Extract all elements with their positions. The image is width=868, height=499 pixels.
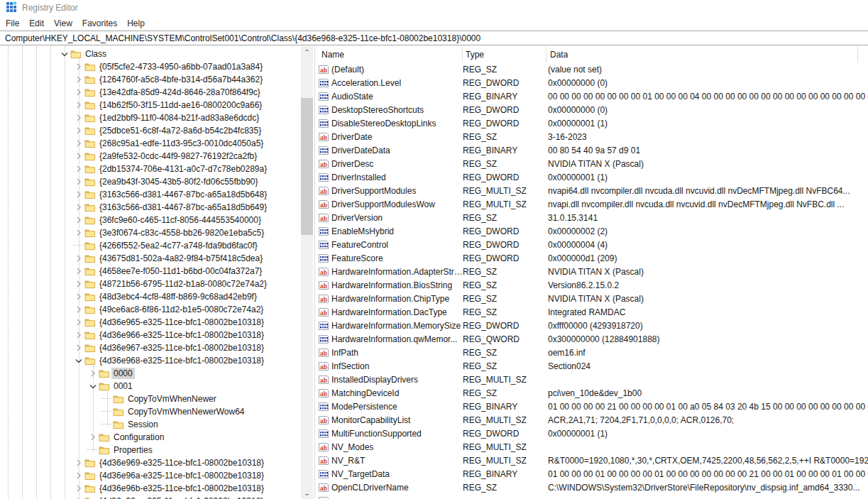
tree-row[interactable]: Configuration — [0, 431, 301, 444]
tree-row[interactable]: {4d36e969-e325-11ce-bfc1-08002be10318} — [0, 456, 301, 469]
value-row[interactable]: abHardwareInformation.BiosStringREG_SZVe… — [317, 278, 868, 292]
tree-key-label[interactable]: {4d36e966-e325-11ce-bfc1-08002be10318} — [97, 329, 266, 341]
tree-key-label[interactable]: {4d36e968-e325-11ce-bfc1-08002be10318} — [97, 355, 266, 366]
tree-row[interactable]: {4266f552-5ea2-4c77-a748-fda9bd6fac0f} — [0, 239, 301, 252]
chevron-down-icon[interactable] — [73, 355, 84, 366]
value-row[interactable]: MultiFunctionSupportedREG_DWORD0x0000000… — [317, 427, 868, 440]
chevron-right-icon[interactable] — [73, 470, 84, 481]
tree-key-label[interactable]: {2a9fe532-0cdc-44f9-9827-76192f2ca2fb} — [97, 150, 259, 162]
scroll-thumb[interactable] — [301, 98, 313, 235]
tree-row[interactable]: {25dbce51-6c8f-4a72-8a6d-b54c2b4fc835} — [0, 124, 301, 137]
tree-key-label[interactable]: {3163c566-d381-4467-87bc-a65a18d5b648} — [97, 189, 269, 200]
value-row[interactable]: ModePersistenceREG_BINARY01 00 00 00 00 … — [317, 400, 868, 413]
tree-key-label[interactable]: {4266f552-5ea2-4c77-a748-fda9bd6fac0f} — [97, 240, 260, 251]
address-input[interactable] — [0, 31, 868, 45]
chevron-right-icon[interactable] — [73, 202, 84, 213]
tree-key-label[interactable]: CopyToVmWhenNewer — [126, 393, 219, 405]
chevron-right-icon[interactable] — [73, 112, 84, 124]
chevron-right-icon[interactable] — [73, 342, 84, 353]
chevron-right-icon[interactable] — [73, 125, 84, 136]
column-header-data[interactable]: Data — [546, 46, 858, 62]
tree-key-label[interactable]: {36fc9e60-c465-11cf-8056-444553540000} — [97, 214, 263, 226]
value-row[interactable]: abDriverDescREG_SZNVIDIA TITAN X (Pascal… — [317, 157, 868, 170]
menu-item-favorites[interactable]: Favorites — [77, 17, 122, 30]
tree-key-label[interactable]: {4d36e965-e325-11ce-bfc1-08002be10318} — [97, 317, 266, 328]
tree-key-label[interactable]: CopyToVmWhenNewerWow64 — [126, 406, 247, 417]
tree-key-label[interactable]: Class — [83, 48, 109, 60]
chevron-right-icon[interactable] — [87, 432, 99, 443]
tree-scrollbar[interactable]: ⌃⌄ — [301, 46, 313, 499]
tree-row[interactable]: {4d36e966-e325-11ce-bfc1-08002be10318} — [0, 329, 301, 341]
chevron-right-icon[interactable] — [73, 163, 84, 175]
tree-row[interactable]: Class — [0, 48, 301, 60]
tree-row[interactable]: Properties — [0, 444, 301, 456]
tree-key-label[interactable]: {4d36e969-e325-11ce-bfc1-08002be10318} — [97, 457, 266, 468]
value-row[interactable]: FeatureControlREG_DWORD0x00000004 (4) — [317, 238, 868, 251]
chevron-right-icon[interactable] — [73, 329, 84, 341]
column-header-name[interactable]: Name — [317, 46, 463, 62]
tree-key-label[interactable]: {4d36e96c-e325-11ce-bfc1-08002be10318} — [97, 495, 265, 499]
value-row[interactable]: abHardwareInformation.DacTypeREG_SZInteg… — [317, 305, 868, 319]
menu-item-view[interactable]: View — [49, 17, 77, 30]
chevron-down-icon[interactable] — [59, 48, 70, 60]
tree-key-label[interactable]: Configuration — [111, 432, 166, 443]
value-row[interactable]: abOpenCLDriverNameREG_SZC:\WINDOWS\Syste… — [317, 481, 868, 494]
value-row[interactable]: abDriverDateREG_SZ3-16-2023 — [317, 130, 868, 143]
value-row[interactable]: ab(Default)REG_SZ(value not set) — [317, 62, 868, 76]
tree-row[interactable]: {268c95a1-edfe-11d3-95c3-0010dc4050a5} — [0, 137, 301, 150]
value-row[interactable]: abNV_R&TREG_MULTI_SZR&T0000=1920,1080,*,… — [317, 454, 868, 467]
tree-row[interactable]: {48721b56-6795-11d2-b1a8-0080c72e74a2} — [0, 278, 301, 290]
tree-key-label[interactable]: {43675d81-502a-4a82-9f84-b75f418c5dea} — [97, 253, 265, 264]
tree-row[interactable]: {4d36e968-e325-11ce-bfc1-08002be10318} — [0, 354, 301, 367]
tree-row[interactable]: {1264760f-a5c8-4bfe-b314-d56a7b44a362} — [0, 73, 301, 86]
chevron-right-icon[interactable] — [73, 483, 84, 494]
tree-row[interactable]: CopyToVmWhenNewerWow64 — [0, 405, 301, 418]
value-row[interactable]: abDriverVersionREG_SZ31.0.15.3141 — [317, 211, 868, 224]
chevron-right-icon[interactable] — [73, 291, 84, 302]
tree-row[interactable]: {2db15374-706e-4131-a0c7-d7c78eb0289a} — [0, 163, 301, 175]
tree-key-label[interactable]: {13e42dfa-85d9-424d-8646-28a70f864f9c} — [97, 87, 263, 98]
value-row[interactable]: DisableStereoDesktopLinksREG_DWORD0x0000… — [317, 116, 868, 130]
tree-key-label[interactable]: {48721b56-6795-11d2-b1a8-0080c72e74a2} — [97, 278, 269, 290]
value-row[interactable]: Acceleration.LevelREG_DWORD0x00000000 (0… — [317, 76, 868, 89]
chevron-right-icon[interactable] — [73, 138, 84, 149]
tree-row[interactable]: {3163c566-d381-4467-87bc-a65a18d5b649} — [0, 201, 301, 214]
chevron-right-icon[interactable] — [73, 227, 84, 238]
chevron-right-icon[interactable] — [73, 176, 84, 187]
chevron-right-icon[interactable] — [73, 61, 84, 72]
pane-divider[interactable] — [314, 46, 315, 499]
tree-row[interactable]: {14b62f50-3f15-11dd-ae16-0800200c9a66} — [0, 99, 301, 111]
chevron-right-icon[interactable] — [73, 189, 84, 200]
tree-key-label[interactable]: 0001 — [111, 380, 135, 392]
menu-item-file[interactable]: File — [1, 17, 24, 30]
chevron-right-icon[interactable] — [73, 265, 84, 277]
tree-key-label[interactable]: {3163c566-d381-4467-87bc-a65a18d5b649} — [97, 202, 269, 213]
chevron-right-icon[interactable] — [87, 368, 99, 379]
value-row[interactable]: DriverDateDataREG_BINARY00 80 54 40 9a 5… — [317, 143, 868, 157]
value-row[interactable]: EnableMsHybridREG_DWORD0x00000002 (2) — [317, 224, 868, 238]
tree-key-label[interactable]: {3e3f0674-c83c-4558-bb26-9820e1eba5c5} — [97, 227, 266, 238]
scroll-up-arrow[interactable]: ⌃ — [301, 46, 313, 58]
tree-row[interactable]: {3e3f0674-c83c-4558-bb26-9820e1eba5c5} — [0, 226, 301, 239]
value-row[interactable]: AudioStateREG_BINARY00 00 00 00 00 00 00… — [317, 89, 868, 103]
value-row[interactable]: abInfSectionREG_SZSection024 — [317, 359, 868, 373]
tree-row[interactable]: {3163c566-d381-4467-87bc-a65a18d5b648} — [0, 188, 301, 201]
tree-key-label[interactable]: {1264760f-a5c8-4bfe-b314-d56a7b44a362} — [97, 74, 265, 85]
value-row[interactable]: abNV_ModesREG_MULTI_SZ — [317, 440, 868, 454]
tree-row[interactable]: {43675d81-502a-4a82-9f84-b75f418c5dea} — [0, 252, 301, 265]
tree-row[interactable]: 0001 — [0, 380, 301, 393]
tree-key-label[interactable]: {1ed2bbf9-11f0-4084-b21f-ad83a8e6dcdc} — [97, 112, 261, 124]
chevron-right-icon[interactable] — [73, 304, 84, 315]
value-row[interactable]: ab — [317, 494, 868, 499]
value-row[interactable]: DesktopStereoShortcutsREG_DWORD0x0000000… — [317, 103, 868, 116]
tree-key-label[interactable]: {48d3ebc4-4cf8-48ff-b869-9c68ad42eb9f} — [97, 291, 259, 302]
tree-row[interactable]: {36fc9e60-c465-11cf-8056-444553540000} — [0, 214, 301, 226]
tree-row[interactable]: {4d36e965-e325-11ce-bfc1-08002be10318} — [0, 316, 301, 329]
tree-key-label[interactable]: {49ce6ac8-6f86-11d2-b1e5-0080c72e74a2} — [97, 304, 265, 315]
chevron-right-icon[interactable] — [73, 214, 84, 226]
chevron-right-icon[interactable] — [73, 74, 84, 85]
tree-key-label[interactable]: {4d36e967-e325-11ce-bfc1-08002be10318} — [97, 342, 266, 353]
chevron-right-icon[interactable] — [73, 253, 84, 264]
tree-row[interactable]: {2a9fe532-0cdc-44f9-9827-76192f2ca2fb} — [0, 150, 301, 163]
tree-row[interactable]: 0000 — [0, 367, 301, 380]
